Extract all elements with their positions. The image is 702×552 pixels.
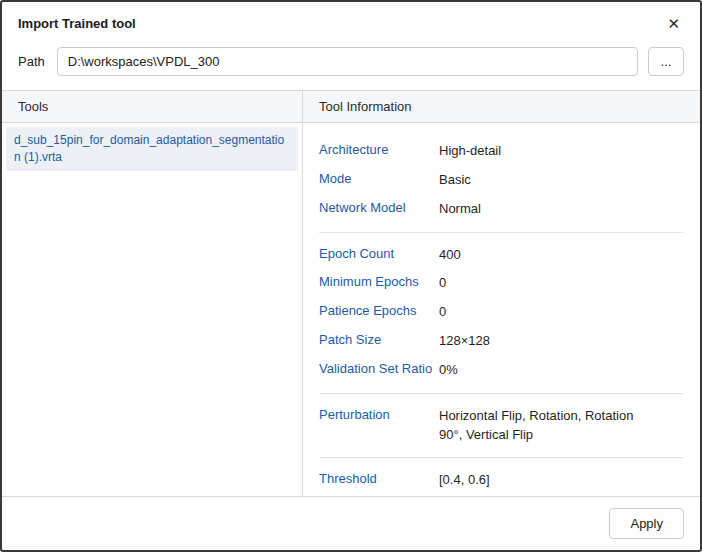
dialog-footer: Apply — [2, 497, 700, 550]
browse-button[interactable]: ... — [648, 47, 684, 76]
info-label: Epoch Count — [319, 246, 439, 265]
info-row-threshold: Threshold [0.4, 0.6] — [319, 466, 684, 495]
dialog-titlebar: Import Trained tool ✕ — [2, 2, 700, 43]
import-trained-tool-dialog: Import Trained tool ✕ Path ... Tools d_s… — [0, 0, 702, 552]
info-row-epoch-count: Epoch Count 400 — [319, 241, 684, 270]
info-value: 0 — [439, 274, 684, 293]
info-row-patch-size: Patch Size 128×128 — [319, 327, 684, 356]
tool-information-content: Architecture High-detail Mode Basic Netw… — [303, 123, 700, 496]
info-label: Minimum Epochs — [319, 274, 439, 293]
panels: Tools d_sub_15pin_for_domain_adaptation_… — [2, 90, 700, 497]
info-value: Horizontal Flip, Rotation, Rotation 90°,… — [439, 407, 684, 445]
info-label: Perturbation — [319, 407, 439, 445]
info-label: Validation Set Ratio — [319, 361, 439, 380]
info-value: 400 — [439, 246, 684, 265]
info-label: Mode — [319, 171, 439, 190]
info-label: Architecture — [319, 142, 439, 161]
info-row-perturbation: Perturbation Horizontal Flip, Rotation, … — [319, 402, 684, 450]
tool-information-panel: Tool Information Architecture High-detai… — [303, 91, 700, 496]
divider — [319, 232, 684, 233]
tool-information-header: Tool Information — [303, 91, 700, 123]
info-value: Normal — [439, 200, 684, 219]
info-value: High-detail — [439, 142, 684, 161]
divider — [319, 457, 684, 458]
path-label: Path — [18, 54, 45, 69]
dialog-title: Import Trained tool — [18, 16, 136, 31]
path-row: Path ... — [2, 43, 700, 90]
info-row-patience-epochs: Patience Epochs 0 — [319, 298, 684, 327]
info-row-validation-set-ratio: Validation Set Ratio 0% — [319, 356, 684, 385]
info-label: Network Model — [319, 200, 439, 219]
info-row-region-filter: Region Filter - — [319, 495, 684, 496]
info-label: Patience Epochs — [319, 303, 439, 322]
info-value: 0% — [439, 361, 684, 380]
tool-list-item[interactable]: d_sub_15pin_for_domain_adaptation_segmen… — [6, 127, 298, 171]
apply-button[interactable]: Apply — [609, 508, 684, 539]
info-row-network-model: Network Model Normal — [319, 195, 684, 224]
info-row-mode: Mode Basic — [319, 166, 684, 195]
close-icon[interactable]: ✕ — [663, 14, 684, 33]
info-row-architecture: Architecture High-detail — [319, 137, 684, 166]
divider — [319, 393, 684, 394]
info-value: [0.4, 0.6] — [439, 471, 684, 490]
info-label: Patch Size — [319, 332, 439, 351]
info-value: Basic — [439, 171, 684, 190]
info-label: Threshold — [319, 471, 439, 490]
info-value: 0 — [439, 303, 684, 322]
tool-list: d_sub_15pin_for_domain_adaptation_segmen… — [2, 123, 302, 496]
tools-panel: Tools d_sub_15pin_for_domain_adaptation_… — [2, 91, 303, 496]
tools-panel-header: Tools — [2, 91, 302, 123]
info-row-minimum-epochs: Minimum Epochs 0 — [319, 269, 684, 298]
info-value: 128×128 — [439, 332, 684, 351]
path-input[interactable] — [57, 47, 638, 76]
